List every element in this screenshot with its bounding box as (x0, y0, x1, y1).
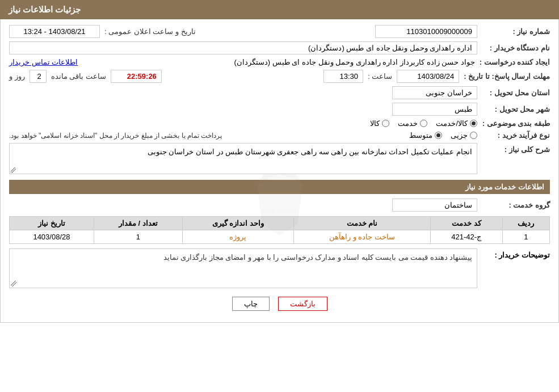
radio-khedmat-circle (420, 120, 427, 127)
col-code: کد خدمت (430, 217, 502, 230)
main-content: شماره نیاز : 1103010009000009 تاریخ و سا… (0, 19, 559, 323)
province-value: خراسان جنوبی (392, 86, 477, 99)
buyer-org-value: اداره راهداری وحمل ونقل جاده ای طبس (دست… (9, 41, 477, 54)
row-description: شرح کلی نیاز : انجام عملیات تکمیل احداث … (9, 143, 550, 174)
deadline-label: مهلت ارسال پاسخ: تا تاریخ : (464, 72, 550, 81)
radio-kala[interactable]: کالا (370, 119, 389, 128)
radio-khedmat-label: خدمت (398, 119, 418, 128)
row-buyer-notes: توضیحات خریدار : پیشنهاد دهنده قیمت می ب… (9, 248, 550, 288)
service-group-label: گروه خدمت : (482, 201, 550, 209)
announce-label: تاریخ و ساعت اعلان عمومی : (104, 27, 196, 36)
deadline-days: 2 (30, 70, 47, 83)
back-button[interactable]: بازگشت (278, 297, 327, 311)
radio-motavasset-label: متوسط (409, 131, 432, 140)
resize-handle (10, 167, 16, 173)
buyer-notes-text: پیشنهاد دهنده قیمت می بایست کلیه اسناد و… (163, 254, 472, 262)
purchase-type-radio-group: جزیی متوسط (409, 131, 477, 140)
cell-date: 1403/08/28 (10, 230, 94, 244)
category-label: طبقه بندی موضوعی : (482, 119, 550, 128)
city-label: شهر محل تحویل : (482, 105, 550, 113)
need-number-label: شماره نیاز : (482, 27, 550, 36)
radio-khedmat[interactable]: خدمت (398, 119, 427, 128)
row-need-number: شماره نیاز : 1103010009000009 تاریخ و سا… (9, 25, 550, 38)
description-value: انجام عملیات تکمیل احداث نمازخانه بین را… (9, 143, 477, 174)
buttons-row: بازگشت چاپ (9, 297, 550, 311)
radio-motavasset[interactable]: متوسط (409, 131, 442, 140)
cell-unit: پروژه (182, 230, 293, 244)
radio-kala-khedmat[interactable]: کالا/خدمت (436, 119, 477, 128)
row-creator: ایجاد کننده درخواست : جواد حسن زاده کارب… (9, 58, 550, 66)
announce-value: 1403/08/21 - 13:24 (9, 25, 100, 38)
radio-motavasset-circle (435, 132, 442, 139)
cell-row: 1 (502, 230, 549, 244)
purchase-type-label: نوع فرآیند خرید : (482, 131, 550, 140)
contact-link[interactable]: اطلاعات تماس خریدار (9, 58, 78, 66)
creator-value: جواد حسن زاده کاربرداز اداره راهداری وحم… (234, 58, 474, 66)
description-wrapper: انجام عملیات تکمیل احداث نمازخانه بین را… (9, 143, 477, 174)
services-table-body: 1 ج-42-421 ساخت جاده و راهآهن پروژه 1 14… (10, 230, 550, 244)
service-group-value: ساختمان (392, 199, 477, 212)
deadline-time-label: ساعت : (368, 72, 392, 81)
cell-qty: 1 (94, 230, 182, 244)
need-number-value: 1103010009000009 (375, 25, 477, 38)
buyer-notes-label: توضیحات خریدار : (482, 248, 550, 259)
cell-code: ج-42-421 (430, 230, 502, 244)
services-table: ردیف کد خدمت نام خدمت واحد اندازه گیری ت… (9, 216, 550, 244)
radio-kala-khedmat-circle (470, 120, 477, 127)
purchase-note: پرداخت تمام یا بخشی از مبلغ خریدار از مح… (9, 132, 222, 140)
row-deadline: مهلت ارسال پاسخ: تا تاریخ : 1403/08/24 س… (9, 70, 550, 83)
radio-jozyi-circle (470, 132, 477, 139)
deadline-date: 1403/08/24 (397, 70, 459, 83)
services-table-section: ردیف کد خدمت نام خدمت واحد اندازه گیری ت… (9, 216, 550, 244)
col-name: نام خدمت (293, 217, 430, 230)
col-unit: واحد اندازه گیری (182, 217, 293, 230)
table-row: 1 ج-42-421 ساخت جاده و راهآهن پروژه 1 14… (10, 230, 550, 244)
cell-name: ساخت جاده و راهآهن (293, 230, 430, 244)
creator-label: ایجاد کننده درخواست : (480, 58, 550, 66)
buyer-notes-value: پیشنهاد دهنده قیمت می بایست کلیه اسناد و… (9, 248, 477, 288)
deadline-remaining-label: ساعت باقی مانده (51, 72, 106, 81)
col-row: ردیف (502, 217, 549, 230)
row-city: شهر محل تحویل : طبس (9, 103, 550, 116)
buyer-notes-resize (11, 281, 16, 286)
services-section-title: اطلاعات خدمات مورد نیاز (9, 180, 550, 194)
col-qty: تعداد / مقدار (94, 217, 182, 230)
category-radio-group: کالا/خدمت خدمت کالا (370, 119, 477, 128)
row-province: استان محل تحویل : خراسان جنوبی (9, 86, 550, 99)
province-label: استان محل تحویل : (482, 88, 550, 97)
print-button[interactable]: چاپ (232, 297, 270, 311)
radio-kala-label: کالا (370, 119, 380, 128)
deadline-days-label: روز و (9, 72, 25, 81)
page-header: جزئیات اطلاعات نیاز (0, 0, 559, 19)
radio-jozyi[interactable]: جزیی (451, 131, 477, 140)
radio-kala-khedmat-label: کالا/خدمت (436, 119, 468, 128)
description-label: شرح کلی نیاز : (482, 143, 550, 154)
deadline-remaining: 22:59:26 (111, 70, 162, 83)
table-header-row: ردیف کد خدمت نام خدمت واحد اندازه گیری ت… (10, 217, 550, 230)
header-title: جزئیات اطلاعات نیاز (9, 5, 81, 14)
row-buyer-org: نام دستگاه خریدار : اداره راهداری وحمل و… (9, 41, 550, 54)
col-date: تاریخ نیاز (10, 217, 94, 230)
buyer-org-label: نام دستگاه خریدار : (482, 44, 550, 52)
deadline-time: 13:30 (323, 70, 363, 83)
radio-jozyi-label: جزیی (451, 131, 468, 140)
page-container: Ana Tender .net جزئیات اطلاعات نیاز شمار… (0, 0, 559, 392)
row-service-group: گروه خدمت : ساختمان (9, 199, 550, 212)
radio-kala-circle (382, 120, 389, 127)
row-category: طبقه بندی موضوعی : کالا/خدمت خدمت کالا (9, 119, 550, 128)
row-purchase-type: نوع فرآیند خرید : جزیی متوسط پرداخت تمام… (9, 131, 550, 140)
city-value: طبس (392, 103, 477, 116)
